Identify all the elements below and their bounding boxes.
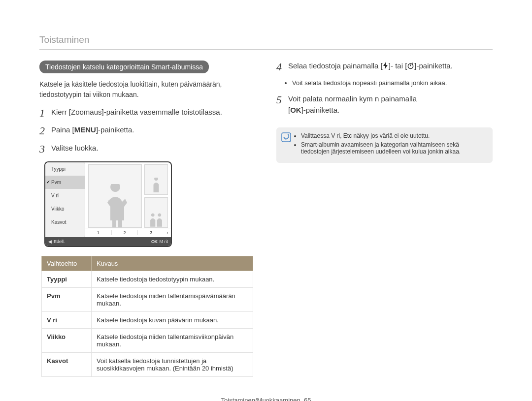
- footer-page-number: 65: [304, 397, 311, 401]
- svg-rect-3: [282, 133, 291, 142]
- note-item: Valittaessa V ri, Etc näkyy jos väriä ei…: [301, 132, 486, 139]
- step-list-right: 4 Selaa tiedostoja painamalla [ ]- tai […: [276, 61, 493, 73]
- step-number: 5: [276, 93, 288, 106]
- step-number: 1: [39, 107, 51, 120]
- svg-line-2: [412, 63, 413, 63]
- table-header: Vaihtoehto: [42, 256, 92, 271]
- step-text-before: Paina [: [51, 125, 74, 134]
- step-text-mid: ]- tai [: [389, 62, 407, 70]
- flash-icon: [383, 62, 389, 73]
- timeline-seg: 3: [137, 230, 164, 235]
- step-text: Kierr [Zoomaus]-painiketta vasemmalle to…: [51, 107, 256, 118]
- option-desc: Katsele tiedostoja niiden tallentamisvii…: [92, 329, 253, 353]
- camera-menu-item: V ri: [45, 189, 85, 202]
- table-row: Tyyppi Katsele tiedostoja tiedostotyypin…: [42, 271, 253, 288]
- camera-menu-item: Tyyppi: [45, 162, 85, 176]
- left-column: Tiedostojen katselu kategorioittain Smar…: [39, 61, 256, 377]
- option-name: Kasvot: [42, 353, 92, 377]
- options-table: Vaihtoehto Kuvaus Tyyppi Katsele tiedost…: [41, 256, 253, 377]
- option-desc: Katsele tiedostoja niiden tallentamispäi…: [92, 288, 253, 312]
- note-box: Valittaessa V ri, Etc näkyy jos väriä ei…: [276, 127, 493, 163]
- step-3: 3 Valitse luokka.: [39, 143, 256, 155]
- option-desc: Katsele tiedostoja kuvan päävärin mukaan…: [92, 312, 253, 329]
- step-4: 4 Selaa tiedostoja painamalla [ ]- tai […: [276, 61, 493, 73]
- right-column: 4 Selaa tiedostoja painamalla [ ]- tai […: [276, 61, 493, 377]
- step-text-after: ]-painiketta.: [96, 125, 134, 134]
- step-list-right-2: 5 Voit palata normaalin kym n painamalla…: [276, 93, 493, 116]
- note-list: Valittaessa V ri, Etc näkyy jos väriä ei…: [293, 132, 486, 157]
- table-row: Kasvot Voit katsella tiedostoja tunniste…: [42, 353, 253, 377]
- step-5-line2: ]-painiketta.: [301, 106, 340, 114]
- step-1: 1 Kierr [Zoomaus]-painiketta vasemmalle …: [39, 107, 256, 120]
- option-desc: Voit katsella tiedostoja tunnistettujen …: [92, 353, 253, 377]
- option-desc: Katsele tiedostoja tiedostotyypin mukaan…: [92, 271, 253, 288]
- step-number: 4: [276, 61, 288, 73]
- step-4-bullets: Voit selata tiedostoja nopeasti painamal…: [276, 79, 493, 87]
- people-silhouette-icon: [148, 213, 165, 228]
- step-text-after: ]-painiketta.: [414, 62, 453, 70]
- person-silhouette-icon: [100, 184, 131, 228]
- timer-icon: [407, 62, 414, 73]
- option-name: Viikko: [42, 329, 92, 353]
- step-text: Valitse luokka.: [51, 143, 256, 154]
- thumbnail-small: [144, 164, 168, 195]
- option-name: V ri: [42, 312, 92, 329]
- thumbnail-large: [88, 164, 142, 228]
- step-text: Selaa tiedostoja painamalla [ ]- tai [ ]…: [288, 61, 493, 73]
- ok-icon: OK: [151, 239, 158, 244]
- timeline-arrow-right-icon: ›: [164, 230, 171, 235]
- table-header: Kuvaus: [92, 256, 253, 271]
- step-5: 5 Voit palata normaalin kym n painamalla…: [276, 93, 493, 116]
- camera-menu-item: Kasvot: [45, 216, 85, 229]
- note-info-icon: [281, 132, 293, 157]
- step-text: Paina [MENU]-painiketta.: [51, 124, 256, 136]
- table-row: Pvm Katsele tiedostoja niiden tallentami…: [42, 288, 253, 312]
- camera-footer-set-label: M rit: [160, 239, 168, 244]
- footer-section: Toistaminen/Muokkaaminen: [221, 397, 300, 401]
- step-number: 2: [39, 124, 51, 137]
- timeline-seg: 1: [85, 230, 111, 235]
- page-title: Toistaminen: [39, 34, 493, 50]
- note-item: Smart-albumin avaamiseen ja kategorian v…: [301, 141, 486, 155]
- camera-footer: ◀ Edell. OK M rit: [45, 237, 171, 246]
- table-row: V ri Katsele tiedostoja kuvan päävärin m…: [42, 312, 253, 329]
- menu-label: MENU: [74, 125, 96, 134]
- step-list-left: 1 Kierr [Zoomaus]-painiketta vasemmalle …: [39, 107, 256, 155]
- table-row: Viikko Katsele tiedostoja niiden tallent…: [42, 329, 253, 353]
- camera-menu-item: Viikko: [45, 202, 85, 216]
- person-silhouette-icon: [150, 178, 163, 195]
- step-text-before: Selaa tiedostoja painamalla [: [288, 62, 383, 70]
- page-footer: Toistaminen/Muokkaaminen 65: [39, 397, 493, 401]
- arrow-left-icon: ◀: [48, 239, 52, 244]
- bullet-item: Voit selata tiedostoja nopeasti painamal…: [292, 79, 493, 87]
- camera-footer-back-label: Edell.: [54, 239, 65, 244]
- step-number: 3: [39, 143, 51, 155]
- step-2: 2 Paina [MENU]-painiketta.: [39, 124, 256, 137]
- ok-icon: OK: [290, 106, 301, 114]
- timeline-seg: 2: [111, 230, 138, 235]
- intro-text: Katsele ja käsittele tiedostoja luokitta…: [39, 79, 256, 100]
- option-name: Tyyppi: [42, 271, 92, 288]
- step-5-line1: Voit palata normaalin kym n painamalla: [288, 94, 417, 103]
- thumbnail-small: [144, 197, 168, 228]
- svg-line-4: [284, 137, 286, 139]
- step-text: Voit palata normaalin kym n painamalla […: [288, 93, 493, 116]
- camera-menu: Tyyppi Pvm V ri Viikko Kasvot: [45, 162, 85, 237]
- option-name: Pvm: [42, 288, 92, 312]
- camera-menu-item-selected: Pvm: [45, 176, 85, 189]
- section-heading-pill: Tiedostojen katselu kategorioittain Smar…: [39, 61, 209, 73]
- camera-screenshot: Tyyppi Pvm V ri Viikko Kasvot: [44, 161, 172, 247]
- camera-timeline: 1 2 3 ›: [85, 228, 171, 237]
